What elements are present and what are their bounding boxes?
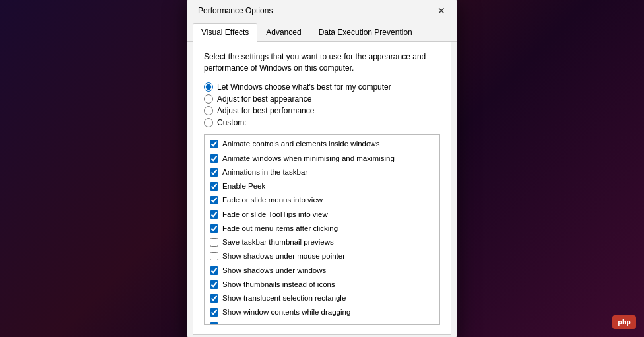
checkbox-shadows-windows[interactable] [210,266,218,275]
checkbox-animations-taskbar[interactable] [210,168,218,177]
checkbox-animate-windows[interactable] [210,154,218,163]
checkbox-item: Show shadows under windows [205,264,439,278]
checkbox-animate-controls[interactable] [210,140,218,148]
checkbox-thumbnails-icons[interactable] [210,280,218,289]
checkbox-item: Show thumbnails instead of icons [205,278,439,291]
checkbox-item: Animations in the taskbar [205,166,439,179]
checkbox-item: Save taskbar thumbnail previews [205,235,439,249]
description-text: Select the settings that you want to use… [204,51,440,74]
checkbox-item: Show window contents while dragging [205,305,439,319]
checkbox-fade-menus[interactable] [210,196,218,204]
checkbox-label-fade-menus[interactable]: Fade or slide menus into view [222,195,323,206]
checkbox-label-translucent-selection[interactable]: Show translucent selection rectangle [222,293,346,304]
checkbox-item: Animate controls and elements inside win… [205,137,439,151]
close-button[interactable]: ✕ [434,3,449,18]
checkbox-label-slide-combo[interactable]: Slide open combo boxes [222,321,306,326]
checkbox-taskbar-thumbnails[interactable] [210,238,218,247]
checkbox-shadows-pointer[interactable] [210,252,218,260]
checkbox-item: Fade or slide menus into view [205,193,439,207]
checkbox-label-fade-tooltips[interactable]: Fade or slide ToolTips into view [222,209,328,220]
checkbox-item: Show shadows under mouse pointer [205,249,439,263]
radio-custom[interactable]: Custom: [204,118,440,127]
tab-data-execution-prevention[interactable]: Data Execution Prevention [310,23,421,42]
checkbox-item: Slide open combo boxes [205,320,439,326]
checkbox-label-thumbnails-icons[interactable]: Show thumbnails instead of icons [222,279,335,290]
checkbox-fade-tooltips[interactable] [210,210,218,219]
checkbox-fade-menu-items[interactable] [210,224,218,233]
checkbox-label-animations-taskbar[interactable]: Animations in the taskbar [222,167,307,178]
tab-bar: Visual Effects Advanced Data Execution P… [187,23,457,42]
tab-advanced[interactable]: Advanced [257,23,309,42]
checkbox-item: Fade out menu items after clicking [205,222,439,235]
checkbox-item: Enable Peek [205,179,439,193]
checkbox-label-window-contents-drag[interactable]: Show window contents while dragging [222,307,350,318]
checkbox-label-shadows-windows[interactable]: Show shadows under windows [222,265,326,276]
checkbox-label-animate-controls[interactable]: Animate controls and elements inside win… [222,138,379,150]
checkbox-item: Animate windows when minimising and maxi… [205,152,439,166]
checkbox-translucent-selection[interactable] [210,294,218,303]
checkbox-label-taskbar-thumbnails[interactable]: Save taskbar thumbnail previews [222,237,334,248]
radio-best-appearance[interactable]: Adjust for best appearance [204,94,440,104]
checkbox-item: Fade or slide ToolTips into view [205,208,439,222]
tab-content: Select the settings that you want to use… [193,42,451,336]
radio-best-performance[interactable]: Adjust for best performance [204,106,440,115]
checkbox-label-enable-peek[interactable]: Enable Peek [222,181,265,192]
checkbox-item: Show translucent selection rectangle [205,291,439,305]
checkbox-label-shadows-pointer[interactable]: Show shadows under mouse pointer [222,251,345,262]
checkbox-label-fade-menu-items[interactable]: Fade out menu items after clicking [222,223,338,234]
php-badge: php [612,315,636,329]
checkbox-enable-peek[interactable] [210,182,218,191]
checkbox-label-animate-windows[interactable]: Animate windows when minimising and maxi… [222,153,395,164]
radio-windows-choose[interactable]: Let Windows choose what's best for my co… [204,82,440,92]
checkbox-list: Animate controls and elements inside win… [204,134,440,325]
dialog-title: Performance Options [198,6,273,15]
tab-visual-effects[interactable]: Visual Effects [193,23,257,42]
performance-options-dialog: Performance Options ✕ Visual Effects Adv… [187,0,457,337]
radio-group: Let Windows choose what's best for my co… [204,82,440,127]
checkbox-slide-combo[interactable] [210,322,218,326]
checkbox-window-contents-drag[interactable] [210,308,218,317]
title-bar: Performance Options ✕ [187,0,457,23]
